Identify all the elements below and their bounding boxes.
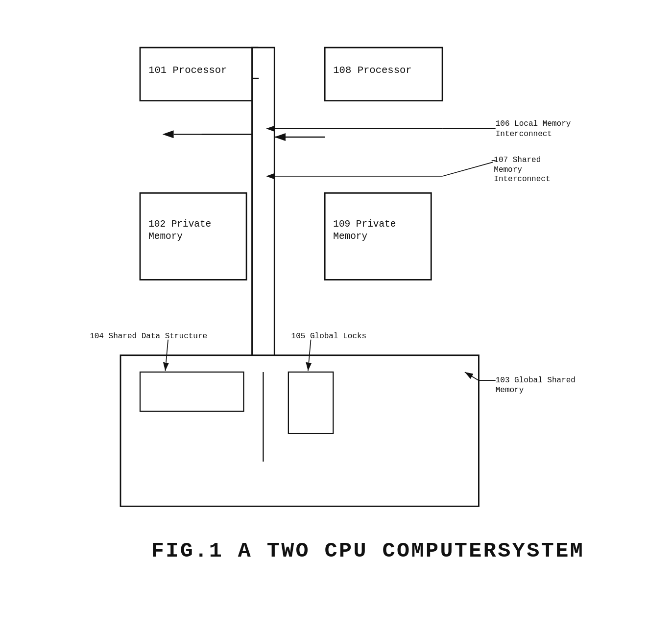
global-shared-label2: Memory — [496, 386, 524, 395]
svg-rect-9 — [288, 372, 333, 434]
processor1-label: 101 Processor — [148, 65, 227, 76]
global-shared-label: 103 Global Shared — [496, 376, 576, 385]
private-memory2-label2: Memory — [333, 231, 367, 242]
private-memory1-label: 102 Private — [148, 219, 211, 230]
local-memory-label: 106 Local Memory — [496, 119, 571, 128]
shared-memory-label: 107 Shared — [494, 156, 541, 164]
diagram-container: 101 Processor 108 Processor 102 Private … — [49, 20, 623, 607]
processor2-label: 108 Processor — [333, 65, 411, 76]
shared-memory-label2: Memory — [494, 165, 522, 174]
svg-line-17 — [442, 162, 493, 176]
local-memory-label2: Interconnect — [496, 130, 552, 139]
svg-rect-8 — [140, 372, 243, 411]
shared-memory-label3: Interconnect — [494, 175, 550, 184]
figure-title: FIG.1 A TWO CPU COMPUTERSYSTEM — [151, 539, 584, 563]
shared-data-label: 104 Shared Data Structure — [90, 332, 207, 341]
global-locks-label: 105 Global Locks — [291, 332, 367, 341]
private-memory2-label: 109 Private — [333, 219, 396, 230]
private-memory1-label2: Memory — [148, 231, 183, 242]
